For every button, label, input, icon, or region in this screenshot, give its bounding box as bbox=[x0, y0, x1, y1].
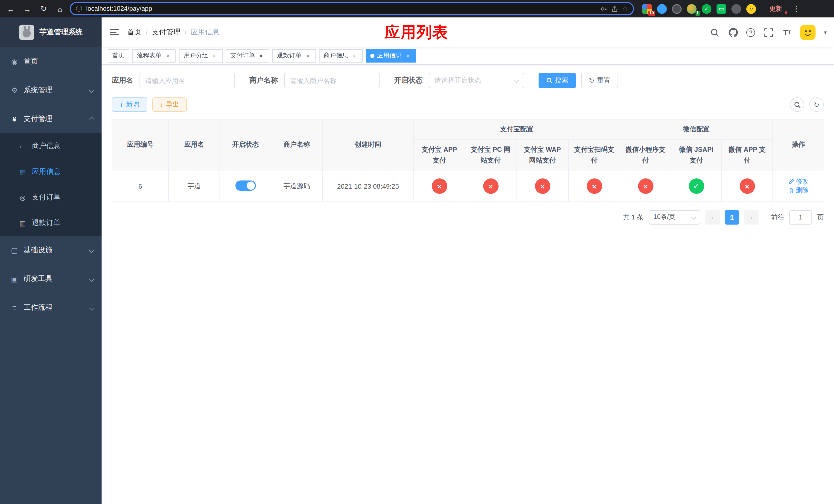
forward-icon[interactable]: → bbox=[21, 2, 34, 15]
app-title: 芋道管理系统 bbox=[40, 28, 83, 37]
sidebar-item-refund-orders[interactable]: ▥ 退款订单 bbox=[0, 210, 102, 236]
password-key-icon[interactable] bbox=[601, 5, 607, 12]
col-header-merchant: 商户名称 bbox=[271, 119, 322, 171]
browser-update-button[interactable]: 更新 bbox=[765, 3, 786, 15]
browser-menu-icon[interactable]: ⋮ bbox=[789, 4, 803, 13]
puzzle-extension-icon[interactable] bbox=[731, 4, 741, 14]
url-text[interactable]: localhost:1024/pay/app bbox=[86, 5, 596, 12]
tab-merchant-info[interactable]: 商户信息 × bbox=[319, 49, 363, 62]
avatar-extension-icon[interactable]: 1 bbox=[687, 4, 697, 14]
dark-extension-icon[interactable] bbox=[672, 4, 682, 14]
alipay-qr-status-icon: × bbox=[587, 178, 602, 194]
chevron-down-icon bbox=[514, 78, 519, 83]
sidebar-item-app-info[interactable]: ▦ 应用信息 bbox=[0, 159, 102, 185]
alipay-wap-status-icon: × bbox=[535, 178, 550, 194]
breadcrumb-payment[interactable]: 支付管理 bbox=[152, 28, 180, 37]
app-logo[interactable]: 芋道管理系统 bbox=[0, 18, 102, 47]
profile-face-icon[interactable] bbox=[746, 4, 756, 14]
page-unit-label: 页 bbox=[817, 212, 824, 222]
page-content: 应用名 商户名称 开启状态 请选择开启状态 bbox=[102, 65, 834, 504]
pagination: 共 1 条 10条/页 ‹ 1 › 前往 页 bbox=[112, 210, 824, 224]
status-label: 开启状态 bbox=[394, 76, 423, 85]
cell-operations: 修改 删除 bbox=[773, 171, 824, 202]
active-dot bbox=[370, 53, 374, 58]
tab-refund-orders[interactable]: 退款订单 × bbox=[272, 49, 316, 62]
help-icon[interactable]: ? bbox=[747, 28, 755, 37]
tab-home[interactable]: 首页 bbox=[108, 49, 129, 62]
sidebar-item-dev-tools[interactable]: ▣ 研发工具 bbox=[0, 265, 102, 293]
font-size-icon[interactable]: TT bbox=[782, 27, 792, 38]
enabled-toggle[interactable] bbox=[235, 180, 256, 190]
yen-icon: ¥ bbox=[10, 115, 19, 123]
next-page-button[interactable]: › bbox=[744, 210, 759, 224]
page-size-select[interactable]: 10条/页 bbox=[649, 210, 700, 224]
app-grid-icon: ▦ bbox=[19, 168, 27, 176]
chevron-down-icon bbox=[89, 88, 94, 93]
col-header-alipay-qr: 支付宝扫码支付 bbox=[569, 140, 620, 171]
sidebar-item-home[interactable]: ◉ 首页 bbox=[0, 47, 102, 76]
add-button[interactable]: + 新增 bbox=[112, 97, 147, 112]
top-navbar: 首页 / 支付管理 / 应用信息 应用列表 ? bbox=[102, 18, 834, 47]
app-table: 应用编号 应用名 开启状态 商户名称 创建时间 支付宝配置 微信配置 操作 支付… bbox=[112, 119, 824, 202]
toggle-search-button[interactable] bbox=[790, 97, 804, 112]
sidebar-item-system[interactable]: ⚙ 系统管理 bbox=[0, 76, 102, 105]
tab-process-form[interactable]: 流程表单 × bbox=[132, 49, 176, 62]
close-icon[interactable]: × bbox=[258, 52, 265, 59]
delete-link[interactable]: 删除 bbox=[788, 186, 809, 195]
workflow-icon: ≡ bbox=[10, 303, 19, 312]
user-avatar[interactable] bbox=[800, 25, 816, 40]
back-icon[interactable]: ← bbox=[4, 2, 18, 15]
close-icon[interactable]: × bbox=[164, 52, 171, 59]
group-header-alipay: 支付宝配置 bbox=[414, 119, 620, 140]
share-icon[interactable] bbox=[611, 5, 618, 12]
tab-app-info[interactable]: 应用信息 × bbox=[366, 49, 416, 62]
group-header-wechat: 微信配置 bbox=[620, 119, 773, 140]
site-info-icon[interactable]: ⓘ bbox=[76, 4, 82, 13]
drop-extension-icon[interactable] bbox=[657, 4, 667, 14]
extension-badge: 10 bbox=[648, 10, 655, 16]
table-row: 6 芋道 芋道源码 2021-10-23 08:49:25 × × × × × bbox=[112, 171, 824, 202]
main-area: 首页 / 支付管理 / 应用信息 应用列表 ? bbox=[102, 18, 834, 504]
fullscreen-icon[interactable] bbox=[764, 27, 774, 38]
tab-pay-orders[interactable]: 支付订单 × bbox=[226, 49, 269, 62]
col-header-alipay-app: 支付宝 APP 支付 bbox=[414, 140, 465, 171]
wx-mini-status-icon: × bbox=[638, 178, 653, 194]
close-icon[interactable]: × bbox=[304, 52, 311, 59]
plus-icon: + bbox=[119, 101, 123, 109]
goto-page-input[interactable] bbox=[789, 210, 812, 224]
search-icon[interactable] bbox=[710, 27, 720, 38]
extension-grid-icon[interactable]: 10 bbox=[642, 4, 652, 14]
alipay-pc-status-icon: × bbox=[483, 178, 498, 194]
edit-link[interactable]: 修改 bbox=[788, 177, 809, 186]
reload-icon[interactable]: ↻ bbox=[37, 2, 50, 15]
app-name-input[interactable] bbox=[139, 73, 235, 88]
status-select[interactable]: 请选择开启状态 bbox=[429, 73, 524, 88]
sidebar-item-infrastructure[interactable]: ▢ 基础设施 bbox=[0, 236, 102, 265]
sidebar-item-pay-orders[interactable]: ◎ 支付订单 bbox=[0, 185, 102, 210]
sidebar-collapse-icon[interactable] bbox=[110, 29, 119, 36]
refresh-icon: ↻ bbox=[589, 77, 594, 84]
merchant-name-input[interactable] bbox=[284, 73, 379, 88]
export-button[interactable]: ↓ 导出 bbox=[152, 97, 187, 112]
close-icon[interactable]: × bbox=[211, 52, 218, 59]
close-icon[interactable]: × bbox=[404, 52, 411, 59]
avatar-caret-icon[interactable]: ▾ bbox=[824, 29, 827, 36]
search-button[interactable]: 搜索 bbox=[539, 73, 576, 88]
green-check-extension-icon[interactable]: ✓ bbox=[702, 4, 711, 14]
prev-page-button[interactable]: ‹ bbox=[705, 210, 720, 224]
page-number-1[interactable]: 1 bbox=[725, 210, 739, 224]
sidebar-item-workflow[interactable]: ≡ 工作流程 bbox=[0, 293, 102, 322]
github-icon[interactable] bbox=[728, 27, 738, 38]
close-icon[interactable]: × bbox=[351, 52, 358, 59]
refresh-table-button[interactable]: ↻ bbox=[809, 97, 824, 112]
sidebar-item-merchant-info[interactable]: ▭ 商户信息 bbox=[0, 133, 102, 159]
home-icon[interactable]: ⌂ bbox=[53, 2, 67, 15]
address-bar[interactable]: ⓘ localhost:1024/pay/app ☆ bbox=[70, 2, 634, 15]
chat-extension-icon[interactable]: ▭ bbox=[717, 4, 726, 14]
reset-button[interactable]: ↻ 重置 bbox=[581, 73, 618, 88]
sidebar-item-payment[interactable]: ¥ 支付管理 bbox=[0, 105, 102, 133]
order-icon: ◎ bbox=[19, 193, 27, 201]
bookmark-star-icon[interactable]: ☆ bbox=[622, 5, 628, 12]
breadcrumb-home[interactable]: 首页 bbox=[127, 28, 141, 37]
tab-user-group[interactable]: 用户分组 × bbox=[179, 49, 223, 62]
